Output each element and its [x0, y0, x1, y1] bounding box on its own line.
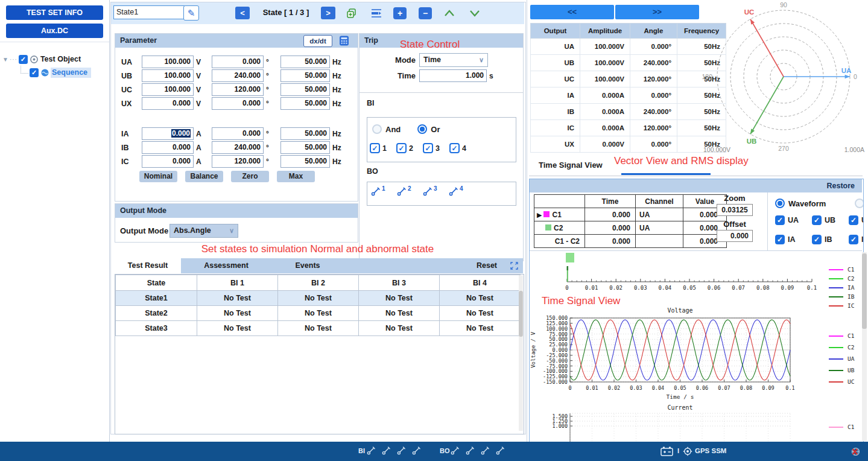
- bo-switch-2[interactable]: 2: [397, 186, 423, 198]
- remove-state-button[interactable]: −: [419, 7, 432, 19]
- cursor-row-1[interactable]: ▶C10.000UA0.000: [534, 208, 727, 221]
- sequence-checkbox[interactable]: ✓: [30, 68, 39, 77]
- rms-cell: 0.000A: [580, 120, 630, 136]
- reset-button[interactable]: Reset: [469, 258, 505, 273]
- trip-time-input[interactable]: 1.000: [419, 69, 487, 82]
- move-down-button[interactable]: [468, 8, 481, 19]
- and-radio[interactable]: [372, 124, 382, 134]
- tab-test-result[interactable]: Test Result: [115, 258, 181, 273]
- uc-checkbox[interactable]: ✓: [849, 215, 858, 225]
- bi-checkbox-3[interactable]: ✓: [423, 143, 433, 153]
- restore-button[interactable]: Restore: [826, 182, 855, 190]
- signal-scrollbar-thumb[interactable]: [862, 253, 867, 329]
- result-cell: No Test: [197, 306, 278, 321]
- globe-disconnected-icon[interactable]: [851, 447, 861, 457]
- bi-checkbox-2[interactable]: ✓: [396, 143, 407, 153]
- result-row-state1[interactable]: State1No TestNo TestNo TestNo Test: [116, 291, 521, 306]
- ia-checkbox[interactable]: ✓: [775, 235, 785, 244]
- bo-switch-1[interactable]: 1: [371, 186, 397, 198]
- ua-angle-input[interactable]: 0.000: [212, 56, 264, 68]
- channel-toggle-ic[interactable]: ✓IC: [849, 235, 864, 244]
- ib-checkbox[interactable]: ✓: [812, 235, 822, 244]
- ua-amplitude-input[interactable]: 100.000: [142, 56, 194, 68]
- ia-amplitude-input[interactable]: 0.000: [142, 127, 194, 140]
- result-scrollbar[interactable]: [519, 275, 523, 431]
- ua-checkbox[interactable]: ✓: [775, 215, 785, 225]
- signal-scrollbar[interactable]: [862, 252, 867, 441]
- expand-button[interactable]: [505, 258, 523, 273]
- tab-time-signal-view[interactable]: Time Signal View: [539, 161, 603, 170]
- test-object-checkbox[interactable]: ✓: [19, 55, 28, 64]
- ua-frequency-input[interactable]: 50.000: [280, 56, 330, 68]
- channel-toggle-ib[interactable]: ✓IB: [812, 235, 835, 244]
- statusbar-bi-label: BI: [358, 447, 365, 454]
- bi-checkbox-4[interactable]: ✓: [449, 143, 460, 153]
- bo-switch-3[interactable]: 3: [423, 186, 449, 198]
- page-next-button[interactable]: >>: [615, 5, 699, 19]
- tab-assessment[interactable]: Assessment: [181, 258, 271, 273]
- move-up-button[interactable]: [443, 8, 456, 19]
- state-name-input[interactable]: State1: [113, 5, 185, 19]
- edit-state-name-button[interactable]: ✎: [183, 5, 199, 21]
- ib-amplitude-input[interactable]: 0.000: [142, 141, 194, 154]
- test-set-info-button[interactable]: TEST SET INFO: [6, 5, 103, 20]
- cursor-row-3[interactable]: C1 - C20.0000.000: [534, 235, 727, 248]
- ux-frequency-input[interactable]: 50.000: [280, 97, 330, 110]
- prev-state-button[interactable]: <: [235, 7, 250, 19]
- result-row-state3[interactable]: State3No TestNo TestNo TestNo Test: [116, 321, 521, 336]
- channel-toggle-uc[interactable]: ✓UC: [849, 215, 864, 225]
- uc-amplitude-input[interactable]: 100.000: [142, 83, 194, 96]
- ia-frequency-input[interactable]: 50.000: [280, 127, 330, 140]
- dxdt-button[interactable]: dx/dt: [303, 35, 332, 47]
- next-state-button[interactable]: >: [321, 7, 335, 19]
- bi-checkbox-1[interactable]: ✓: [370, 143, 380, 153]
- ib-frequency-input[interactable]: 50.000: [280, 141, 330, 154]
- tree-item-test-object[interactable]: ▼ ··· ✓ Test Object: [2, 53, 81, 65]
- ux-amplitude-input[interactable]: 0.000: [142, 97, 194, 110]
- ub-checkbox[interactable]: ✓: [812, 215, 822, 225]
- ub-angle-input[interactable]: 240.000: [212, 69, 264, 82]
- uc-frequency-input[interactable]: 50.000: [280, 83, 330, 96]
- channel-toggle-ub[interactable]: ✓UB: [812, 215, 835, 225]
- cursor-row-2[interactable]: C20.000UA0.000: [534, 221, 727, 235]
- uc-angle-input[interactable]: 120.000: [212, 83, 264, 96]
- page-prev-button[interactable]: <<: [530, 5, 614, 19]
- waveform-radio[interactable]: [775, 199, 785, 208]
- trip-mode-select[interactable]: Time∨: [419, 53, 488, 67]
- ic-frequency-input[interactable]: 50.000: [280, 155, 330, 168]
- ic-checkbox[interactable]: ✓: [849, 235, 858, 244]
- result-row-state2[interactable]: State2No TestNo TestNo TestNo Test: [116, 306, 521, 321]
- ic-angle-input[interactable]: 120.000: [212, 155, 264, 168]
- offset-input[interactable]: 0.000: [717, 230, 753, 242]
- tree-collapse-icon[interactable]: ▼: [2, 56, 8, 63]
- bo-switch-4[interactable]: 4: [449, 186, 475, 198]
- aux-dc-button[interactable]: Aux.DC: [6, 24, 103, 38]
- add-state-button[interactable]: +: [393, 7, 407, 19]
- result-scrollbar-thumb[interactable]: [519, 291, 523, 337]
- ib-angle-input[interactable]: 240.000: [212, 141, 264, 154]
- ia-angle-input[interactable]: 0.000: [212, 127, 264, 140]
- channel-toggle-ia[interactable]: ✓IA: [775, 235, 799, 244]
- ux-angle-input[interactable]: 0.000: [212, 97, 264, 110]
- copy-state-button[interactable]: [345, 7, 358, 20]
- zero-button[interactable]: Zero: [231, 171, 269, 182]
- ub-frequency-input[interactable]: 50.000: [280, 69, 330, 82]
- calculator-button[interactable]: [338, 34, 350, 47]
- output-mode-select[interactable]: Abs.Angle∨: [169, 224, 238, 238]
- nominal-button[interactable]: Nominal: [139, 171, 177, 182]
- or-radio[interactable]: [417, 124, 427, 134]
- ub-amplitude-input[interactable]: 100.000: [142, 69, 194, 82]
- cursor-strip-chart: 00.010.020.030.040.050.060.070.080.090.1: [565, 264, 818, 295]
- max-button[interactable]: Max: [277, 171, 315, 182]
- second-display-radio[interactable]: [855, 199, 864, 208]
- legend-line: [829, 278, 843, 279]
- insert-state-button[interactable]: [369, 7, 384, 20]
- time-cursor-slider-handle[interactable]: [566, 253, 574, 262]
- tree-item-sequence[interactable]: ✓ Sequence: [18, 66, 91, 78]
- balance-button[interactable]: Balance: [185, 171, 223, 182]
- tab-events[interactable]: Events: [271, 258, 344, 273]
- zoom-input[interactable]: 0.03125: [717, 204, 753, 216]
- ic-amplitude-input[interactable]: 0.000: [142, 155, 194, 168]
- channel-toggle-ua[interactable]: ✓UA: [775, 215, 799, 225]
- play-triangle-icon[interactable]: ▶: [537, 211, 542, 218]
